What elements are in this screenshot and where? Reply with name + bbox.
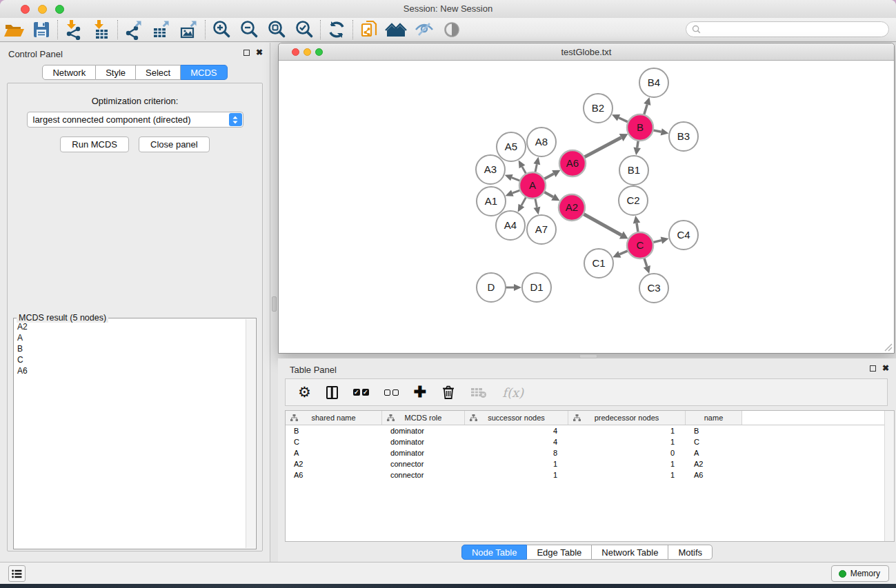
tab-network[interactable]: Network: [42, 65, 96, 80]
hide-selected-icon[interactable]: [410, 19, 438, 41]
tab-select[interactable]: Select: [136, 65, 181, 80]
graph-edge[interactable]: [512, 178, 520, 181]
zoom-out-icon[interactable]: [235, 19, 263, 41]
table-cell[interactable]: 1: [568, 427, 686, 435]
table-cell[interactable]: C: [686, 438, 742, 446]
mcds-result-list[interactable]: A2ABCA6: [17, 321, 245, 547]
close-panel-icon[interactable]: ✖: [256, 49, 263, 56]
table-cell[interactable]: 8: [465, 449, 568, 457]
task-history-button[interactable]: [8, 565, 26, 582]
mcds-result-item[interactable]: C: [17, 354, 245, 365]
tab-mcds[interactable]: MCDS: [181, 65, 227, 80]
close-table-panel-icon[interactable]: ✖: [882, 365, 889, 372]
tab-network-table[interactable]: Network Table: [592, 545, 668, 560]
tab-node-table[interactable]: Node Table: [461, 545, 528, 560]
graph-node-A[interactable]: A: [519, 172, 546, 199]
search-input[interactable]: [704, 25, 888, 34]
table-cell[interactable]: 4: [465, 438, 568, 446]
graph-edge[interactable]: [653, 130, 661, 132]
table-row[interactable]: Bdominator41B: [286, 425, 894, 436]
table-scrollbar[interactable]: [884, 411, 894, 541]
graph-node-C3[interactable]: C3: [639, 274, 668, 303]
zoom-in-icon[interactable]: [208, 19, 235, 41]
table-settings-gear-icon[interactable]: ⚙: [298, 384, 311, 401]
graph-node-A6[interactable]: A6: [559, 150, 586, 176]
graph-node-C2[interactable]: C2: [619, 186, 648, 215]
table-cell[interactable]: A6: [286, 471, 382, 479]
table-cell[interactable]: connector: [382, 471, 465, 479]
table-cell[interactable]: A6: [686, 471, 742, 479]
graph-edge[interactable]: [544, 174, 554, 179]
tab-motifs[interactable]: Motifs: [668, 545, 713, 560]
table-body[interactable]: Bdominator41BCdominator41CAdominator80AA…: [286, 425, 894, 480]
graph-node-C4[interactable]: C4: [669, 221, 698, 250]
column-header-successor-nodes[interactable]: successor nodes: [465, 411, 568, 425]
network-window-titlebar[interactable]: testGlobe.txt: [279, 43, 894, 61]
graph-edge[interactable]: [544, 192, 553, 197]
table-cell[interactable]: A2: [686, 460, 742, 468]
add-column-icon[interactable]: ✚: [414, 385, 426, 399]
graph-edge[interactable]: [584, 138, 621, 158]
graph-edge[interactable]: [535, 164, 537, 172]
export-table-icon[interactable]: [148, 19, 175, 41]
graph-node-B1[interactable]: B1: [619, 156, 648, 185]
table-cell[interactable]: A2: [286, 460, 382, 468]
apply-layout-icon[interactable]: [323, 19, 350, 41]
graph-node-A7[interactable]: A7: [527, 215, 556, 244]
column-layout-icon[interactable]: [326, 386, 338, 399]
table-row[interactable]: A2connector11A2: [286, 458, 894, 469]
table-cell[interactable]: 1: [568, 471, 686, 479]
network-canvas[interactable]: B4B2BB3A5A8A6A3B1AA1C2A2A4A7CC4C1C3DD1: [279, 61, 894, 353]
export-image-icon[interactable]: [175, 19, 203, 41]
graph-node-A5[interactable]: A5: [497, 132, 526, 161]
run-mcds-button[interactable]: Run MCDS: [60, 136, 129, 152]
search-field[interactable]: [686, 21, 889, 37]
graph-node-B2[interactable]: B2: [584, 94, 613, 123]
mcds-result-item[interactable]: A6: [17, 365, 245, 376]
memory-button[interactable]: Memory: [831, 565, 889, 582]
table-cell[interactable]: 1: [568, 460, 686, 468]
select-all-columns-icon[interactable]: ✓✓: [353, 389, 369, 396]
graph-node-C[interactable]: C: [627, 232, 653, 258]
graph-edge[interactable]: [512, 190, 520, 193]
zoom-selected-icon[interactable]: [290, 19, 318, 41]
graph-node-A4[interactable]: A4: [496, 211, 525, 240]
column-header-predecessor-nodes[interactable]: predecessor nodes: [568, 411, 686, 425]
graph-node-A2[interactable]: A2: [559, 194, 585, 221]
graph-edge[interactable]: [619, 118, 628, 122]
table-cell[interactable]: dominator: [382, 449, 465, 457]
graph-node-D1[interactable]: D1: [522, 273, 551, 302]
clone-network-icon[interactable]: [355, 19, 383, 41]
table-cell[interactable]: B: [686, 427, 742, 435]
graph-node-A8[interactable]: A8: [527, 128, 556, 156]
mcds-result-scrollbar[interactable]: [246, 319, 255, 548]
graph-node-B3[interactable]: B3: [669, 122, 698, 151]
tab-style[interactable]: Style: [96, 65, 136, 80]
graph-node-B4[interactable]: B4: [639, 68, 668, 97]
mcds-result-item[interactable]: B: [17, 343, 245, 354]
mcds-result-item[interactable]: A: [17, 332, 245, 343]
optimization-criterion-select[interactable]: largest connected component (directed): [27, 112, 243, 128]
table-cell[interactable]: 0: [568, 449, 686, 457]
graph-node-D[interactable]: D: [477, 273, 506, 302]
show-all-icon[interactable]: [438, 19, 466, 41]
table-cell[interactable]: 1: [465, 471, 568, 479]
table-cell[interactable]: dominator: [382, 427, 465, 435]
panel-divider-grip[interactable]: [272, 296, 277, 312]
column-header-name[interactable]: name: [686, 411, 742, 425]
graph-node-A3[interactable]: A3: [476, 155, 505, 184]
graph-node-C1[interactable]: C1: [584, 249, 613, 278]
table-row[interactable]: Cdominator41C: [286, 436, 894, 447]
graph-edge[interactable]: [535, 199, 537, 207]
table-cell[interactable]: A: [686, 449, 742, 457]
graph-node-A1[interactable]: A1: [477, 187, 506, 216]
import-network-icon[interactable]: [60, 19, 88, 41]
table-cell[interactable]: connector: [382, 460, 465, 468]
tab-edge-table[interactable]: Edge Table: [527, 545, 592, 560]
table-cell[interactable]: B: [286, 427, 382, 435]
mcds-result-item[interactable]: A2: [17, 321, 245, 332]
float-table-panel-icon[interactable]: [870, 365, 876, 372]
table-cell[interactable]: 1: [465, 460, 568, 468]
table-cell[interactable]: 4: [465, 427, 568, 435]
graph-edge[interactable]: [644, 105, 648, 115]
